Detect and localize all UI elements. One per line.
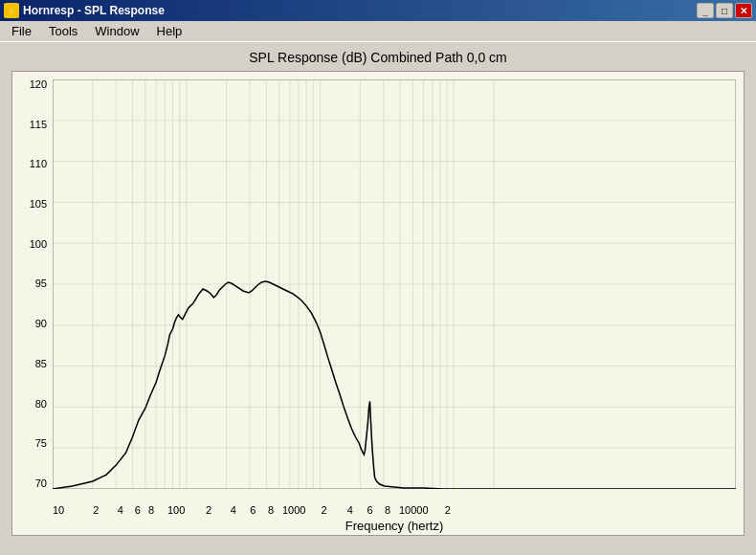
y-label-80: 80 xyxy=(12,399,51,410)
y-axis: 120 115 110 105 100 95 90 85 80 75 70 xyxy=(12,79,51,489)
minimize-button[interactable]: _ xyxy=(697,3,714,18)
x-label-8c: 8 xyxy=(385,504,390,516)
app-title: Hornresp - SPL Response xyxy=(23,4,165,17)
y-label-90: 90 xyxy=(12,319,51,329)
chart-svg xyxy=(53,79,736,489)
menu-help[interactable]: Help xyxy=(149,22,190,40)
x-label-100: 100 xyxy=(167,504,185,516)
x-label-6a: 6 xyxy=(135,504,141,516)
title-bar: ⚡ Hornresp - SPL Response _ □ ✕ xyxy=(0,0,756,21)
x-label-6b: 6 xyxy=(250,504,256,516)
x-label-4a: 4 xyxy=(118,504,123,516)
y-label-120: 120 xyxy=(12,79,51,90)
y-label-110: 110 xyxy=(12,159,51,169)
close-button[interactable]: ✕ xyxy=(735,3,752,18)
x-label-6c: 6 xyxy=(367,504,372,516)
x-label-2a: 2 xyxy=(93,504,99,516)
app-icon: ⚡ xyxy=(4,3,19,18)
menu-file[interactable]: File xyxy=(4,22,39,40)
x-label-4c: 4 xyxy=(347,504,353,516)
x-label-8b: 8 xyxy=(268,504,274,516)
menu-tools[interactable]: Tools xyxy=(41,22,85,40)
x-label-4b: 4 xyxy=(231,504,236,516)
x-label-1000: 1000 xyxy=(282,504,305,516)
maximize-button[interactable]: □ xyxy=(716,3,733,18)
y-label-115: 115 xyxy=(12,120,51,130)
chart-container: 120 115 110 105 100 95 90 85 80 75 70 xyxy=(11,71,745,536)
x-label-2c: 2 xyxy=(322,504,327,516)
y-label-75: 75 xyxy=(12,438,51,449)
x-label-10000: 10000 xyxy=(399,504,429,516)
y-label-85: 85 xyxy=(12,359,51,369)
y-label-70: 70 xyxy=(12,478,51,489)
y-label-105: 105 xyxy=(12,199,51,210)
x-label-8a: 8 xyxy=(148,504,154,516)
window-content: SPL Response (dB) Combined Path 0,0 cm 1… xyxy=(0,42,756,555)
chart-title: SPL Response (dB) Combined Path 0,0 cm xyxy=(11,50,745,65)
x-axis-labels: 10 2 4 6 8 100 2 4 6 8 1000 2 4 6 8 1000… xyxy=(53,504,736,520)
x-label-2d: 2 xyxy=(445,504,451,516)
menu-bar: File Tools Window Help xyxy=(0,21,756,42)
title-bar-left: ⚡ Hornresp - SPL Response xyxy=(4,3,165,18)
chart-svg-area xyxy=(53,79,736,489)
y-label-95: 95 xyxy=(12,278,51,289)
y-label-100: 100 xyxy=(12,239,51,250)
x-label-10: 10 xyxy=(53,504,64,516)
menu-window[interactable]: Window xyxy=(87,22,146,40)
x-label-2b: 2 xyxy=(206,504,211,516)
x-axis-title: Frequency (hertz) xyxy=(53,519,736,533)
spl-curve xyxy=(53,281,736,489)
window-controls: _ □ ✕ xyxy=(697,3,752,18)
